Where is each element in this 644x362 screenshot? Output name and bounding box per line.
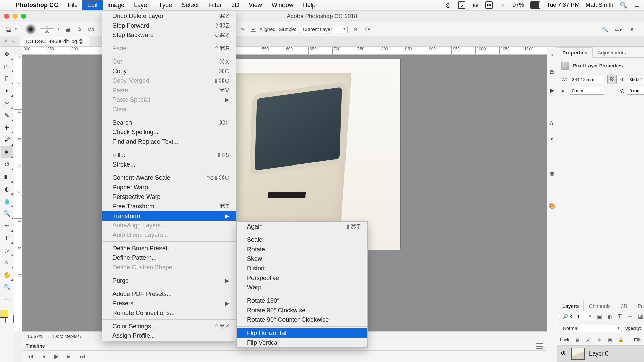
blur-tool[interactable]: 💧 <box>1 195 13 207</box>
play-icon[interactable]: ▶ <box>54 353 59 360</box>
first-frame-icon[interactable]: ⏮ <box>28 353 33 360</box>
lock-artboard-icon[interactable]: ▣ <box>606 336 614 344</box>
zoom-tool[interactable]: 🔍 <box>1 281 13 293</box>
menu-item[interactable]: Rotate <box>237 245 367 254</box>
brush-size-value[interactable]: 60 <box>40 28 54 34</box>
blend-mode-dropdown[interactable]: Normal <box>560 325 622 332</box>
battery-icon[interactable] <box>530 1 540 9</box>
shield-icon[interactable]: 5 <box>458 1 465 9</box>
menu-item[interactable]: Assign Profile... <box>102 331 236 341</box>
menubar-item-type[interactable]: Type <box>154 0 177 10</box>
menubar-item-filter[interactable]: Filter <box>203 0 227 10</box>
binoculars-icon[interactable]: ⛀ <box>472 1 479 9</box>
menubar-item-3d[interactable]: 3D <box>227 0 244 10</box>
menu-item[interactable]: Search⌘F <box>102 118 236 127</box>
filter-type-icon[interactable]: T <box>616 313 624 321</box>
brush-preview-icon[interactable] <box>25 23 36 35</box>
menu-item[interactable]: Find and Replace Text... <box>102 137 236 146</box>
window-zoom-button[interactable] <box>21 14 26 19</box>
menu-item[interactable]: Warp <box>237 283 367 292</box>
window-close-button[interactable] <box>4 14 9 19</box>
menu-item[interactable]: Skew <box>237 254 367 264</box>
y-input[interactable] <box>627 87 644 95</box>
window-minimize-button[interactable] <box>13 14 18 19</box>
menu-item[interactable]: Free Transform⌘T <box>102 202 236 211</box>
share-icon[interactable]: ⇪ <box>628 25 637 34</box>
foreground-color-swatch[interactable] <box>0 310 8 318</box>
aligned-checkbox[interactable] <box>251 27 256 32</box>
menu-item[interactable]: Color Settings...⇧⌘K <box>102 321 236 331</box>
paragraph-panel-icon[interactable]: ¶ <box>547 136 557 145</box>
layer-filter-dropdown[interactable]: 🔎 Kind <box>559 313 593 320</box>
zoom-level[interactable]: 16.67% <box>27 334 43 339</box>
menu-item[interactable]: Rotate 90° Clockwise <box>237 305 367 315</box>
menu-item[interactable]: Adobe PDF Presets... <box>102 289 236 299</box>
menu-item[interactable]: Presets▶ <box>102 299 236 308</box>
brush-chevron-icon[interactable]: ▾ <box>58 27 60 31</box>
menu-item[interactable]: Distort <box>237 264 367 273</box>
menu-item[interactable]: Rotate 90° Counter Clockwise <box>237 315 367 325</box>
path-select-tool[interactable]: ▷ <box>1 244 13 256</box>
spotlight-icon[interactable]: 🔍 <box>619 1 627 9</box>
filter-adjust-icon[interactable]: ◐ <box>605 313 614 321</box>
document-tab[interactable]: ICT.DSC_4953Edit.jpg @ <box>20 36 89 46</box>
notifications-icon[interactable]: ☰ <box>633 1 641 9</box>
menu-item[interactable]: Fill...⇧F5 <box>102 150 236 160</box>
quick-select-tool[interactable]: ✦ <box>1 85 13 97</box>
healing-tool[interactable]: ✚ <box>1 122 13 134</box>
sample-dropdown[interactable]: Current Layer <box>300 26 348 33</box>
menu-item[interactable]: Transform▶ <box>102 211 236 221</box>
tab-adjustments[interactable]: Adjustments <box>593 47 631 58</box>
menu-item[interactable]: Perspective Warp <box>102 192 236 202</box>
marquee-tool[interactable]: ◰ <box>1 60 13 73</box>
width-input[interactable] <box>570 76 605 83</box>
menubar-item-select[interactable]: Select <box>177 0 203 10</box>
layer-thumbnail[interactable] <box>571 348 585 360</box>
menu-item[interactable]: Check Spelling... <box>102 127 236 137</box>
lasso-tool[interactable]: ⌷ <box>1 73 13 85</box>
doc-info[interactable]: Doc: 49.9M/ ▸ <box>53 334 82 339</box>
link-dimensions-icon[interactable]: ⛓ <box>607 75 617 84</box>
clone-stamp-tool[interactable]: ⧯ <box>1 146 13 158</box>
lock-all-icon[interactable]: 🔒 <box>617 336 625 344</box>
menu-item[interactable]: Scale <box>237 235 367 245</box>
lock-image-icon[interactable]: 🖌 <box>584 336 592 344</box>
menu-item[interactable]: Content-Aware Scale⌥⇧⌘C <box>102 173 236 183</box>
menu-item[interactable]: Flip Horizontal <box>237 328 367 338</box>
next-frame-icon[interactable]: ▸ <box>67 353 71 360</box>
tab-paths[interactable]: Paths <box>632 301 644 311</box>
filter-smart-icon[interactable]: ▦ <box>636 313 644 321</box>
menu-item[interactable]: Flip Vertical <box>237 338 367 347</box>
panel-menu-icon[interactable] <box>536 343 543 349</box>
pressure-size-icon[interactable]: Ⓖ <box>363 25 372 34</box>
brush-tool[interactable]: 🖌 <box>1 134 13 146</box>
history-brush-tool[interactable]: ↺ <box>1 158 13 171</box>
prev-frame-icon[interactable]: ◂ <box>42 353 45 360</box>
close-tab-icon[interactable]: ✕ » <box>4 36 15 44</box>
swatches-panel-icon[interactable]: ▦ <box>547 169 557 178</box>
history-panel-icon[interactable]: ⧉ <box>547 68 557 77</box>
menubar-item-view[interactable]: View <box>244 0 267 10</box>
crop-tool[interactable]: ✂ <box>1 97 13 109</box>
menu-item[interactable]: Stroke... <box>102 160 236 169</box>
menu-item[interactable]: Remote Connections... <box>102 308 236 318</box>
edit-toolbar-button[interactable]: ⋯ <box>1 293 13 305</box>
menu-item[interactable]: Copy⌘C <box>102 66 236 76</box>
color-swatches[interactable] <box>0 310 14 323</box>
menu-item[interactable]: Rotate 180° <box>237 296 367 305</box>
menubar-username[interactable]: Matt Smith <box>586 2 613 9</box>
ignore-adjustment-icon[interactable]: ⊘ <box>351 25 360 34</box>
gradient-tool[interactable]: ◐ <box>1 183 13 195</box>
menubar-item-image[interactable]: Image <box>103 0 129 10</box>
brush-panel-icon[interactable]: ▣ <box>63 25 72 34</box>
timeline-title[interactable]: Timeline <box>26 343 45 349</box>
menubar-item-file[interactable]: File <box>63 0 82 10</box>
tab-channels[interactable]: Channels <box>584 301 615 311</box>
eyedropper-tool[interactable]: ✎ <box>1 109 13 122</box>
tab-layers[interactable]: Layers <box>557 301 584 311</box>
layer-name[interactable]: Layer 0 <box>589 350 609 357</box>
tool-preset-chevron-icon[interactable]: ▾ <box>15 27 17 31</box>
type-tool[interactable]: T <box>1 232 13 244</box>
last-frame-icon[interactable]: ⏭ <box>79 353 85 360</box>
menu-item[interactable]: Puppet Warp <box>102 183 236 192</box>
